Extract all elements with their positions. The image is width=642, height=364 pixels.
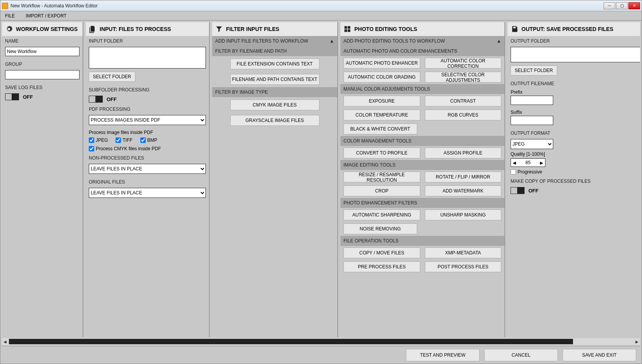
- btn-unsharp[interactable]: UNSHARP MASKING: [425, 209, 502, 220]
- panel-title: PHOTO EDITING TOOLS: [354, 26, 417, 32]
- name-label: NAME: [2, 36, 83, 45]
- chevron-right-icon[interactable]: ▶: [538, 161, 545, 165]
- make-copy-toggle[interactable]: [511, 187, 525, 194]
- filter-cmyk-button[interactable]: CMYK IMAGE FILES: [230, 100, 319, 110]
- filter-ext-button[interactable]: FILE EXTENSION CONTAINS TEXT: [230, 58, 319, 69]
- app-icon: [2, 3, 8, 9]
- btn-post-process[interactable]: POST PROCESS FILES: [425, 261, 502, 272]
- subfolder-label: SUBFOLDER PROCESSING: [86, 85, 209, 94]
- btn-xmp[interactable]: XMP-METADATA: [425, 247, 502, 258]
- quality-value: 85: [518, 160, 538, 165]
- save-log-state: OFF: [23, 94, 33, 100]
- pdf-label: PDF PROCESSING: [86, 104, 209, 113]
- menubar: FILE IMPORT / EXPORT: [0, 11, 642, 21]
- select-output-folder-button[interactable]: SELECT FOLDER: [511, 65, 557, 76]
- make-copy-label: MAKE COPY OF PROCESSED FILES: [507, 176, 640, 185]
- sec-cm: COLOR MANAGEMENT TOOLS: [340, 136, 504, 146]
- btn-assign-profile[interactable]: ASSIGN PROFILE: [425, 148, 502, 158]
- cancel-button[interactable]: CANCEL: [484, 349, 558, 361]
- filter-name-button[interactable]: FILENAME AND PATH CONTAINS TEXT: [230, 74, 319, 85]
- menu-import-export[interactable]: IMPORT / EXPORT: [26, 13, 66, 19]
- output-folder-field[interactable]: [511, 47, 640, 62]
- scroll-right-icon[interactable]: ▶: [634, 340, 640, 344]
- save-log-toggle[interactable]: [5, 93, 19, 100]
- workflow-group-input[interactable]: [5, 70, 79, 79]
- panel-workflow-settings: WORKFLOW SETTINGS NAME GROUP SAVE LOG FI…: [2, 22, 83, 337]
- pdf-hint: Process image files inside PDF: [86, 128, 209, 136]
- input-folder-field[interactable]: [89, 47, 206, 69]
- btn-auto-grading[interactable]: AUTOMATIC COLOR GRADING: [343, 72, 420, 82]
- panel-title: INPUT: FILES TO PROCESS: [100, 26, 171, 32]
- btn-exposure[interactable]: EXPOSURE: [343, 96, 420, 106]
- panel-title: WORKFLOW SETTINGS: [16, 26, 78, 32]
- chk-jpeg[interactable]: [89, 137, 94, 143]
- output-format-select[interactable]: JPEG: [511, 139, 553, 149]
- minimize-button[interactable]: ─: [604, 2, 615, 9]
- sec-file: FILE OPERATION TOOLS: [340, 236, 504, 246]
- panel-input: INPUT: FILES TO PROCESS INPUT FOLDER SEL…: [86, 22, 210, 337]
- panel-scroll[interactable]: WORKFLOW SETTINGS NAME GROUP SAVE LOG FI…: [2, 22, 640, 337]
- btn-rgb-curves[interactable]: RGB CURVES: [425, 110, 502, 120]
- select-input-folder-button[interactable]: SELECT FOLDER: [89, 72, 135, 82]
- btn-pre-process[interactable]: PRE PROCESS FILES: [343, 261, 420, 272]
- panel-title: OUTPUT: SAVE PROCESSED FILES: [521, 26, 613, 32]
- orig-select[interactable]: LEAVE FILES IN PLACE: [89, 188, 206, 198]
- maximize-button[interactable]: ▢: [616, 2, 628, 9]
- group-label: GROUP: [2, 59, 83, 69]
- btn-watermark[interactable]: ADD WATERMARK: [425, 185, 502, 196]
- btn-rotate[interactable]: ROTATE / FLIP / MIRROR: [425, 172, 502, 182]
- btn-sharpen[interactable]: AUTOMATIC SHARPENING: [343, 209, 420, 220]
- output-folder-label: OUTPUT FOLDER: [507, 36, 640, 45]
- chevron-left-icon[interactable]: ◀: [511, 161, 518, 165]
- chk-tiff-label: TIFF: [123, 137, 132, 143]
- input-folder-label: INPUT FOLDER: [86, 36, 209, 45]
- footer: TEST AND PREVIEW CANCEL SAVE AND EXIT: [2, 346, 640, 364]
- chk-cmyk-pdf[interactable]: [89, 146, 94, 151]
- subfolder-toggle[interactable]: [89, 96, 103, 103]
- chk-progressive[interactable]: [511, 169, 516, 175]
- filter-gray-button[interactable]: GRAYSCALE IMAGE FILES: [230, 115, 319, 126]
- output-filename-label: OUTPUT FILENAME: [507, 79, 640, 88]
- btn-contrast[interactable]: CONTRAST: [425, 96, 502, 106]
- close-button[interactable]: ✕: [628, 2, 640, 9]
- window-title: New Workflow - Automata Workflow Editor: [10, 3, 98, 9]
- save-exit-button[interactable]: SAVE AND EXIT: [563, 349, 636, 361]
- btn-auto-enhancer[interactable]: AUTOMATIC PHOTO ENHANCER: [343, 58, 420, 69]
- make-copy-state: OFF: [528, 188, 538, 194]
- edit-add-header[interactable]: ADD PHOTO EDITING TOOLS TO WORKFLOW ▲: [340, 36, 504, 46]
- chevron-up-icon: ▲: [497, 38, 501, 44]
- orig-label: ORIGINAL FILES: [86, 177, 209, 186]
- btn-auto-color-correction[interactable]: AUTOMATIC COLOR CORRECTION: [425, 58, 502, 69]
- funnel-icon: [215, 25, 223, 33]
- workflow-name-input[interactable]: [5, 47, 79, 56]
- grid-icon: [343, 25, 351, 33]
- scroll-left-icon[interactable]: ◀: [2, 340, 8, 344]
- suffix-label: Suffix: [507, 108, 640, 116]
- quality-stepper[interactable]: ◀ 85 ▶: [511, 158, 545, 167]
- btn-selective-adjust[interactable]: SELECTIVE COLOR ADJUSTMENTS: [425, 72, 502, 82]
- panel-output: OUTPUT: SAVE PROCESSED FILES OUTPUT FOLD…: [507, 22, 640, 337]
- btn-bw-convert[interactable]: BLACK & WHITE CONVERT: [343, 124, 417, 134]
- btn-convert-profile[interactable]: CONVERT TO PROFILE: [343, 148, 420, 158]
- chk-bmp[interactable]: [140, 137, 146, 143]
- menu-file[interactable]: FILE: [5, 13, 15, 19]
- filter-add-header[interactable]: ADD INPUT FILE FILTERS TO WORKFLOW ▲: [212, 36, 337, 46]
- filter-add-label: ADD INPUT FILE FILTERS TO WORKFLOW: [215, 38, 308, 44]
- chevron-up-icon: ▲: [330, 38, 334, 44]
- prefix-input[interactable]: [511, 96, 553, 105]
- nonproc-select[interactable]: LEAVE FILES IN PLACE: [89, 164, 206, 174]
- btn-noise-remove[interactable]: NOISE REMOVING: [343, 223, 417, 234]
- pdf-processing-select[interactable]: PROCESS IMAGES INSIDE PDF: [89, 115, 206, 125]
- btn-copy-move[interactable]: COPY / MOVE FILES: [343, 247, 420, 258]
- btn-color-temp[interactable]: COLOR TEMPERATURE: [343, 110, 420, 120]
- btn-resize[interactable]: RESIZE / RESAMPLE RESOLUTION: [343, 172, 420, 182]
- chk-tiff[interactable]: [116, 137, 121, 143]
- save-log-label: SAVE LOG FILES: [2, 82, 83, 92]
- suffix-input[interactable]: [511, 116, 553, 125]
- btn-crop[interactable]: CROP: [343, 185, 420, 196]
- sec-manual: MANUAL COLOR ADJUSMENTS TOOLS: [340, 84, 504, 94]
- test-preview-button[interactable]: TEST AND PREVIEW: [406, 349, 480, 361]
- horizontal-scrollbar[interactable]: ◀ ▶: [2, 338, 640, 345]
- chk-cmyk-label: Process CMYK files inside PDF: [96, 146, 161, 151]
- panel-filter: FILTER INPUT FILES ADD INPUT FILE FILTER…: [212, 22, 338, 337]
